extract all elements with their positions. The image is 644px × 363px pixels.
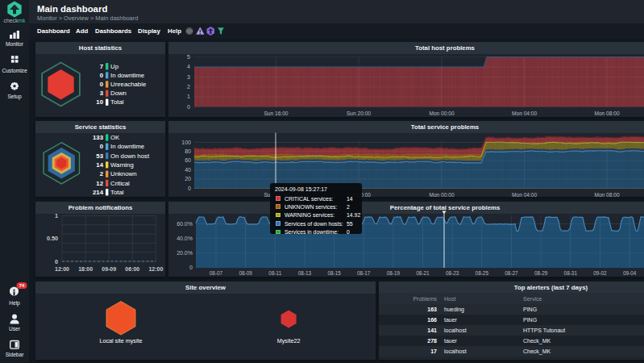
- svg-text:40.0%: 40.0%: [177, 236, 193, 241]
- svg-text:Unknown: Unknown: [110, 170, 137, 177]
- svg-text:7: 7: [100, 63, 103, 70]
- svg-text:08-27: 08-27: [505, 270, 518, 276]
- svg-text:Sidebar: Sidebar: [6, 352, 25, 357]
- svg-text:Monitor: Monitor: [6, 41, 24, 47]
- svg-text:Setup: Setup: [7, 94, 22, 100]
- svg-text:Mon 04:00: Mon 04:00: [512, 192, 537, 197]
- svg-text:08-15: 08-15: [327, 270, 341, 276]
- svg-text:06:00: 06:00: [125, 266, 139, 272]
- svg-text:08-17: 08-17: [357, 270, 371, 276]
- svg-text:Mon 00:00: Mon 00:00: [429, 192, 454, 197]
- svg-text:40: 40: [185, 167, 191, 173]
- svg-text:Total: Total: [110, 98, 124, 106]
- svg-text:08-19: 08-19: [387, 270, 401, 276]
- svg-text:20: 20: [185, 176, 191, 182]
- svg-text:Mysite22: Mysite22: [277, 337, 301, 344]
- svg-text:3: 3: [187, 74, 190, 80]
- svg-text:0: 0: [55, 258, 58, 265]
- svg-text:08-21: 08-21: [416, 270, 430, 276]
- svg-text:Sun 16:00: Sun 16:00: [264, 111, 288, 116]
- svg-text:20.0%: 20.0%: [177, 250, 193, 256]
- svg-text:12:00: 12:00: [148, 266, 163, 272]
- svg-text:60.0%: 60.0%: [177, 221, 193, 227]
- svg-text:0: 0: [187, 104, 190, 110]
- svg-text:100: 100: [181, 140, 191, 145]
- svg-text:80: 80: [185, 148, 191, 154]
- svg-text:User: User: [9, 326, 21, 332]
- svg-text:Unreachable: Unreachable: [110, 81, 146, 88]
- svg-text:0: 0: [189, 265, 193, 270]
- svg-text:In downtime: In downtime: [110, 143, 144, 150]
- svg-text:08-07: 08-07: [210, 270, 223, 276]
- svg-text:Critical: Critical: [110, 180, 130, 187]
- svg-text:214: 214: [93, 189, 104, 196]
- svg-text:12: 12: [96, 180, 103, 187]
- svg-text:12:00: 12:00: [55, 266, 69, 272]
- svg-text:Local site mysite: Local site mysite: [99, 337, 142, 344]
- svg-text:4: 4: [187, 64, 190, 69]
- svg-text:53: 53: [96, 152, 103, 160]
- svg-text:Warning: Warning: [110, 161, 134, 169]
- svg-text:133: 133: [93, 134, 104, 141]
- svg-text:Sun 20:00: Sun 20:00: [347, 111, 371, 116]
- svg-text:2: 2: [100, 170, 104, 177]
- svg-text:Mon 08:00: Mon 08:00: [594, 111, 619, 116]
- svg-text:08-09: 08-09: [239, 270, 252, 276]
- svg-text:Mon 00:00: Mon 00:00: [429, 111, 454, 116]
- svg-text:Customize: Customize: [2, 68, 27, 73]
- svg-text:3: 3: [100, 90, 104, 97]
- svg-text:On down host: On down host: [110, 152, 150, 160]
- svg-text:08-23: 08-23: [446, 270, 459, 276]
- svg-text:14: 14: [96, 161, 103, 169]
- svg-text:60: 60: [185, 157, 191, 163]
- svg-text:08-11: 08-11: [268, 270, 281, 276]
- svg-text:In downtime: In downtime: [110, 72, 144, 79]
- svg-text:08-29: 08-29: [534, 270, 548, 276]
- svg-text:Down: Down: [110, 90, 127, 97]
- svg-text:18:00: 18:00: [78, 266, 93, 272]
- svg-text:09-02: 09-02: [593, 270, 607, 276]
- svg-text:09-04: 09-04: [623, 270, 637, 276]
- svg-text:Up: Up: [110, 63, 119, 70]
- svg-text:5: 5: [187, 54, 190, 60]
- svg-text:Mon 08:00: Mon 08:00: [594, 192, 619, 197]
- svg-text:0: 0: [100, 81, 104, 88]
- svg-text:checkmk: checkmk: [4, 18, 26, 23]
- svg-text:08-31: 08-31: [564, 270, 578, 276]
- svg-text:OK: OK: [110, 134, 120, 141]
- svg-text:08-25: 08-25: [476, 270, 489, 276]
- svg-text:0: 0: [188, 186, 191, 191]
- svg-text:2: 2: [187, 84, 190, 90]
- svg-text:74: 74: [19, 283, 25, 288]
- svg-text:1: 1: [55, 212, 58, 219]
- svg-text:1: 1: [187, 94, 190, 99]
- svg-text:Mon 04:00: Mon 04:00: [512, 111, 537, 116]
- svg-text:10: 10: [96, 98, 103, 106]
- svg-text:08-13: 08-13: [298, 270, 312, 276]
- svg-text:Total: Total: [110, 189, 124, 196]
- svg-text:0: 0: [100, 72, 104, 79]
- svg-text:09-09: 09-09: [102, 266, 116, 272]
- svg-text:0.50: 0.50: [47, 235, 58, 242]
- svg-text:Help: Help: [9, 300, 20, 307]
- svg-text:0: 0: [100, 143, 104, 150]
